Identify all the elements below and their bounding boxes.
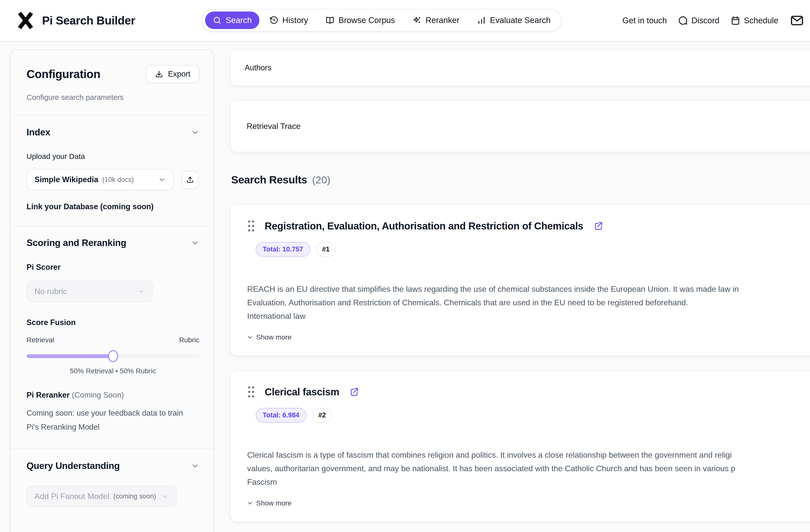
chevron-down-icon (191, 239, 199, 247)
brand: Pi Search Builder (16, 0, 135, 41)
calendar-icon (730, 16, 741, 26)
upload-icon (186, 176, 194, 184)
result-title[interactable]: Registration, Evaluation, Authorisation … (265, 221, 583, 232)
export-button[interactable]: Export (146, 65, 199, 83)
fanout-model-select[interactable]: Add Pi Fanout Model (coming soon) (27, 486, 177, 507)
tab-history[interactable]: History (262, 12, 316, 29)
tab-evaluate-search[interactable]: Evaluate Search (470, 12, 558, 29)
rubric-select[interactable]: No rubric (27, 281, 153, 302)
scoring-section: Scoring and Reranking Pi Scorer No rubri… (11, 226, 213, 449)
retrieval-trace-label: Retrieval Trace (247, 122, 301, 131)
configuration-title: Configuration (27, 67, 100, 81)
results-title: Search Results (231, 174, 307, 186)
sparkles-icon (412, 16, 422, 25)
slider-thumb[interactable] (108, 350, 118, 362)
tab-reranker[interactable]: Reranker (405, 12, 467, 29)
search-icon (213, 16, 222, 25)
index-section: Index Upload your Data Simple Wikipedia … (11, 115, 213, 226)
download-icon (155, 70, 163, 78)
result-title[interactable]: Clerical fascism (265, 386, 339, 398)
nav-right-links: Get in touch Discord Schedule (622, 0, 805, 41)
slider-left-label: Retrieval (27, 336, 54, 344)
result-card: Registration, Evaluation, Authorisation … (230, 205, 810, 356)
chevron-down-icon (137, 288, 145, 295)
bar-chart-icon (477, 16, 486, 25)
get-in-touch-link[interactable]: Get in touch (622, 16, 667, 25)
query-understanding-toggle[interactable]: Query Understanding (27, 461, 199, 471)
book-open-icon (325, 16, 335, 25)
link-database-label: Link your Database (coming soon) (27, 202, 199, 211)
external-link-icon[interactable] (350, 387, 359, 397)
drag-handle-icon[interactable] (247, 385, 256, 398)
upload-button[interactable] (182, 171, 199, 189)
drag-handle-icon[interactable] (247, 220, 256, 232)
results-count: (20) (312, 174, 330, 186)
tab-label: History (282, 16, 308, 25)
dataset-select[interactable]: Simple Wikipedia (10k docs) (27, 169, 174, 190)
chevron-down-icon (158, 176, 166, 183)
pi-logo-icon (16, 11, 35, 30)
tab-label: Evaluate Search (490, 16, 551, 25)
discord-link[interactable]: Discord (678, 16, 719, 26)
schedule-link[interactable]: Schedule (730, 16, 778, 26)
chevron-down-icon (191, 128, 199, 136)
index-section-toggle[interactable]: Index (27, 127, 199, 138)
tab-label: Browse Corpus (338, 16, 395, 25)
main-nav: Search History Browse Corpus Reranker Ev… (201, 9, 562, 32)
retrieval-trace-panel[interactable]: Retrieval Trace (230, 100, 810, 152)
chevron-down-icon (191, 462, 199, 470)
query-understanding-section: Query Understanding Add Pi Fanout Model … (11, 449, 213, 532)
show-more-button[interactable]: Show more (247, 333, 810, 341)
configuration-subtitle: Configure search parameters (27, 92, 132, 103)
tab-browse-corpus[interactable]: Browse Corpus (318, 12, 403, 29)
show-more-button[interactable]: Show more (247, 499, 810, 507)
slider-caption: 50% Retrieval • 50% Rubric (27, 367, 199, 375)
top-navbar: Pi Search Builder Search History Browse … (0, 0, 810, 42)
score-fusion-label: Score Fusion (27, 318, 199, 327)
slider-fill (27, 354, 113, 358)
pi-scorer-label: Pi Scorer (27, 263, 199, 272)
slider-right-label: Rubric (179, 336, 199, 344)
total-score-badge: Total: 10.757 (256, 242, 310, 257)
result-snippet: REACH is an EU directive that simplifies… (247, 282, 810, 323)
external-link-icon[interactable] (594, 222, 603, 230)
query-input[interactable]: Authors (230, 50, 810, 86)
tab-label: Search (226, 16, 252, 25)
score-fusion-slider[interactable] (27, 351, 199, 361)
pi-reranker-label: Pi Reranker (Coming Soon) (27, 391, 199, 400)
configuration-panel: Configuration Export Configure search pa… (10, 50, 214, 532)
chevron-down-icon (161, 493, 168, 500)
tab-label: Reranker (425, 16, 459, 25)
history-icon (270, 16, 278, 25)
search-results-heading: Search Results (20) (231, 174, 810, 186)
tab-search[interactable]: Search (205, 12, 259, 29)
pi-reranker-description: Coming soon: use your feedback data to t… (27, 406, 192, 434)
mail-icon (789, 13, 805, 28)
rank-badge: #1 (316, 242, 336, 257)
main-content: Authors Retrieval Trace Search Results (… (230, 50, 810, 532)
chevron-down-icon (247, 334, 253, 341)
chevron-down-icon (247, 500, 253, 506)
total-score-badge: Total: 6.984 (256, 408, 306, 423)
result-snippet: Clerical fascism is a type of fascism th… (247, 448, 810, 489)
chat-bubble-icon (678, 16, 688, 26)
configuration-header: Configuration Export Configure search pa… (11, 50, 213, 115)
scoring-section-toggle[interactable]: Scoring and Reranking (27, 238, 199, 248)
app-title: Pi Search Builder (42, 14, 135, 27)
mail-button[interactable] (789, 13, 805, 28)
rank-badge: #2 (312, 408, 332, 423)
result-card: Clerical fascism Total: 6.984 #2 Clerica… (230, 370, 810, 522)
query-value: Authors (245, 63, 271, 72)
upload-data-label: Upload your Data (27, 152, 199, 161)
